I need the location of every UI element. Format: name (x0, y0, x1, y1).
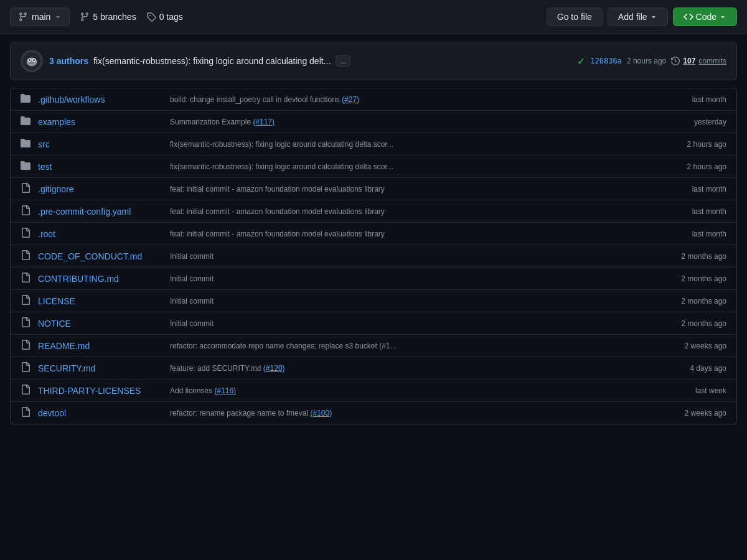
file-name[interactable]: NOTICE (38, 319, 162, 329)
commits-count: 107 (683, 57, 695, 65)
table-row: .rootfeat: initial commit - amazon found… (11, 223, 736, 245)
file-name[interactable]: .github/workflows (38, 95, 162, 105)
commit-link[interactable]: (#116) (214, 386, 236, 395)
go-to-file-button[interactable]: Go to file (547, 7, 603, 26)
file-commit-message: Initial commit (170, 319, 644, 328)
file-time: last month (652, 95, 726, 104)
file-name[interactable]: THIRD-PARTY-LICENSES (38, 386, 162, 396)
tags-label: 0 tags (159, 12, 183, 22)
file-time: last week (652, 386, 726, 395)
file-time: 2 months ago (652, 297, 726, 306)
file-icon (21, 295, 31, 307)
file-commit-message: fix(semantic-robustness): fixing logic a… (170, 140, 644, 149)
file-name[interactable]: .gitignore (38, 184, 162, 194)
commit-bar: 3 authors fix(semantic-robustness): fixi… (10, 42, 737, 80)
chevron-down-icon (54, 13, 62, 21)
file-commit-message: feat: initial commit - amazon foundation… (170, 230, 644, 238)
file-name[interactable]: devtool (38, 408, 162, 418)
file-icon (21, 205, 31, 217)
commit-link[interactable]: (#117) (253, 118, 275, 126)
file-time: last month (652, 230, 726, 238)
file-time: last month (652, 185, 726, 194)
file-name[interactable]: SECURITY.md (38, 363, 162, 373)
file-commit-message: build: change install_poetry call in dev… (170, 95, 644, 104)
branches-link[interactable]: 5 branches (80, 12, 136, 22)
branches-icon (80, 12, 90, 22)
file-commit-message: refactor: accommodate repo name changes;… (170, 342, 644, 350)
tag-icon (146, 12, 156, 22)
svg-point-5 (33, 59, 35, 61)
code-button[interactable]: Code (673, 7, 737, 26)
file-name[interactable]: src (38, 139, 162, 149)
table-row: .gitignorefeat: initial commit - amazon … (11, 178, 736, 200)
file-name[interactable]: LICENSE (38, 296, 162, 306)
table-row: examplesSummarization Example (#117)yest… (11, 111, 736, 133)
add-file-button[interactable]: Add file (608, 7, 668, 26)
file-name[interactable]: .root (38, 229, 162, 239)
file-icon (21, 362, 31, 374)
chevron-down-icon (719, 13, 726, 21)
folder-icon (21, 138, 31, 150)
file-time: 2 months ago (652, 252, 726, 261)
commit-hash[interactable]: 126836a (590, 57, 622, 65)
file-commit-message: feature: add SECURITY.md (#120) (170, 364, 644, 373)
table-row: testfix(semantic-robustness): fixing log… (11, 156, 736, 178)
file-name[interactable]: examples (38, 117, 162, 127)
file-name[interactable]: test (38, 162, 162, 172)
top-bar-right: Go to file Add file Code (547, 7, 737, 26)
file-time: 2 hours ago (652, 162, 726, 171)
table-row: CONTRIBUTING.mdInitial commit2 months ag… (11, 268, 736, 290)
table-row: LICENSEInitial commit2 months ago (11, 290, 736, 312)
file-time: 2 weeks ago (652, 342, 726, 350)
commit-link[interactable]: (#100) (310, 409, 332, 418)
commit-meta: ✓ 126836a 2 hours ago 107 commits (577, 55, 726, 67)
file-time: yesterday (652, 118, 726, 126)
commit-dots-button[interactable]: ... (336, 55, 350, 67)
table-row: THIRD-PARTY-LICENSESAdd licenses (#116)l… (11, 380, 736, 402)
git-branch-icon (18, 12, 28, 22)
table-row: devtoolrefactor: rename package name to … (11, 402, 736, 424)
file-name[interactable]: CONTRIBUTING.md (38, 274, 162, 284)
file-name[interactable]: README.md (38, 341, 162, 351)
top-bar: main 5 branches 0 tags Go to file Add fi… (0, 0, 747, 34)
commit-message-text: fix(semantic-robustness): fixing logic a… (93, 56, 331, 66)
file-commit-message: feat: initial commit - amazon foundation… (170, 185, 644, 194)
avatar (21, 50, 43, 72)
file-commit-message: Initial commit (170, 297, 644, 306)
file-time: last month (652, 207, 726, 216)
tags-link[interactable]: 0 tags (146, 12, 183, 22)
commit-authors[interactable]: 3 authors (49, 56, 88, 66)
file-time: 2 months ago (652, 319, 726, 328)
file-icon (21, 317, 31, 329)
table-row: .github/workflowsbuild: change install_p… (11, 88, 736, 111)
table-row: CODE_OF_CONDUCT.mdInitial commit2 months… (11, 245, 736, 268)
file-icon (21, 228, 31, 240)
file-commit-message: Add licenses (#116) (170, 386, 644, 395)
svg-point-4 (29, 59, 31, 61)
top-bar-left: main 5 branches 0 tags (10, 7, 183, 26)
file-icon (21, 407, 31, 419)
branches-label: 5 branches (93, 12, 136, 22)
history-link[interactable]: 107 commits (671, 57, 726, 65)
table-row: srcfix(semantic-robustness): fixing logi… (11, 133, 736, 156)
commit-link[interactable]: (#27) (342, 95, 359, 104)
commit-message-row: 3 authors fix(semantic-robustness): fixi… (49, 55, 571, 67)
commit-link[interactable]: (#120) (263, 364, 285, 373)
file-commit-message: Initial commit (170, 252, 644, 261)
file-time: 2 hours ago (652, 140, 726, 149)
table-row: SECURITY.mdfeature: add SECURITY.md (#12… (11, 357, 736, 380)
file-name[interactable]: CODE_OF_CONDUCT.md (38, 251, 162, 261)
branch-selector[interactable]: main (10, 7, 70, 26)
commits-label: commits (698, 57, 726, 65)
file-time: 2 weeks ago (652, 409, 726, 418)
file-commit-message: feat: initial commit - amazon foundation… (170, 207, 644, 216)
folder-icon (21, 93, 31, 105)
file-icon (21, 183, 31, 195)
code-icon (684, 12, 693, 22)
commit-info: 3 authors fix(semantic-robustness): fixi… (49, 55, 571, 67)
check-status-icon: ✓ (577, 55, 585, 67)
file-name[interactable]: .pre-commit-config.yaml (38, 207, 162, 217)
file-icon (21, 250, 31, 262)
table-row: NOTICEInitial commit2 months ago (11, 312, 736, 335)
file-commit-message: Initial commit (170, 274, 644, 283)
